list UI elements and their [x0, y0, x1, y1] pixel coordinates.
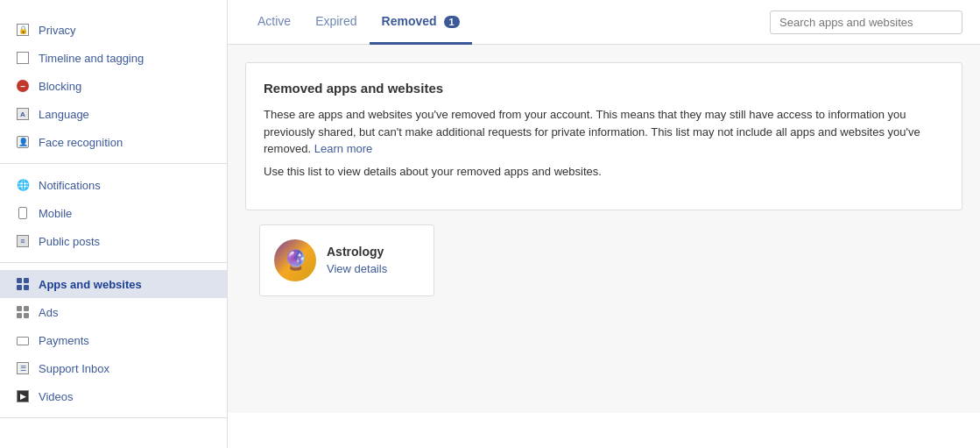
sidebar-item-label: Payments	[39, 334, 89, 347]
payments-icon	[14, 331, 32, 349]
app-icon-emoji: 🔮	[284, 249, 307, 272]
sidebar-item-supportinbox[interactable]: ☰ Support Inbox	[0, 354, 227, 382]
sidebar-item-label: Videos	[39, 390, 74, 403]
sidebar-item-videos[interactable]: ▶ Videos	[0, 382, 227, 410]
tab-removed-label: Removed	[382, 14, 437, 28]
language-icon: A	[14, 105, 32, 123]
blocking-icon: –	[14, 77, 32, 95]
sidebar-item-label: Notifications	[39, 179, 101, 192]
privacy-icon: 🔒	[14, 21, 32, 39]
content-box: Removed apps and websites These are apps…	[245, 62, 962, 210]
sidebar-item-notifications[interactable]: 🌐 Notifications	[0, 171, 227, 199]
sidebar: 🔒 Privacy Timeline and tagging – Blockin…	[0, 0, 228, 448]
sidebar-item-language[interactable]: A Language	[0, 100, 227, 128]
tabs-bar: Active Expired Removed 1	[228, 0, 980, 45]
section-title: Removed apps and websites	[264, 81, 944, 96]
sidebar-section-1: 🔒 Privacy Timeline and tagging – Blockin…	[0, 9, 227, 164]
sidebar-item-privacy[interactable]: 🔒 Privacy	[0, 16, 227, 44]
ads-icon	[14, 303, 32, 321]
sidebar-item-label: Apps and websites	[39, 278, 142, 291]
sidebar-item-label: Public posts	[39, 235, 100, 248]
app-info: Astrology View details	[327, 245, 387, 275]
sidebar-item-label: Face recognition	[39, 136, 123, 149]
publicposts-icon: ≡	[14, 232, 32, 250]
search-input[interactable]	[770, 11, 962, 34]
tab-expired[interactable]: Expired	[303, 0, 369, 45]
view-details-link[interactable]: View details	[327, 262, 387, 275]
sidebar-item-label: Support Inbox	[39, 362, 109, 375]
sidebar-item-blocking[interactable]: – Blocking	[0, 72, 227, 100]
use-list-text: Use this list to view details about your…	[264, 165, 944, 178]
sidebar-item-label: Blocking	[39, 80, 81, 93]
videos-icon: ▶	[14, 388, 32, 405]
tab-removed[interactable]: Removed 1	[370, 0, 472, 45]
sidebar-item-timeline[interactable]: Timeline and tagging	[0, 44, 227, 72]
sidebar-section-2: 🌐 Notifications Mobile ≡ Public posts	[0, 164, 227, 263]
apps-grid: 🔮 Astrology View details	[245, 210, 962, 310]
apps-icon	[14, 275, 32, 293]
sidebar-item-mobile[interactable]: Mobile	[0, 199, 227, 227]
main-content: Active Expired Removed 1 Removed apps an…	[228, 0, 980, 448]
search-box-wrapper	[770, 11, 962, 34]
info-text: These are apps and websites you've remov…	[264, 106, 944, 158]
app-name: Astrology	[327, 245, 387, 259]
learn-more-link[interactable]: Learn more	[314, 142, 372, 155]
content-area: Removed apps and websites These are apps…	[228, 45, 980, 413]
timeline-icon	[14, 49, 32, 67]
sidebar-section-3: Apps and websites Ads Payments ☰	[0, 263, 227, 418]
sidebar-item-appswebsites[interactable]: Apps and websites	[0, 270, 227, 298]
sidebar-item-face[interactable]: 👤 Face recognition	[0, 128, 227, 156]
support-icon: ☰	[14, 359, 32, 377]
tab-removed-badge: 1	[444, 16, 460, 28]
sidebar-item-label: Language	[39, 108, 89, 121]
sidebar-item-label: Privacy	[39, 24, 76, 37]
sidebar-item-label: Timeline and tagging	[39, 52, 144, 65]
sidebar-item-label: Ads	[39, 306, 58, 319]
mobile-icon	[14, 204, 32, 222]
sidebar-item-ads[interactable]: Ads	[0, 298, 227, 326]
sidebar-item-payments[interactable]: Payments	[0, 326, 227, 354]
face-icon: 👤	[14, 133, 32, 151]
sidebar-item-publicposts[interactable]: ≡ Public posts	[0, 227, 227, 255]
tab-active[interactable]: Active	[245, 0, 303, 45]
app-icon-astrology: 🔮	[274, 239, 316, 281]
sidebar-item-label: Mobile	[39, 207, 72, 220]
app-card-astrology: 🔮 Astrology View details	[259, 224, 434, 296]
notifications-icon: 🌐	[14, 176, 32, 194]
